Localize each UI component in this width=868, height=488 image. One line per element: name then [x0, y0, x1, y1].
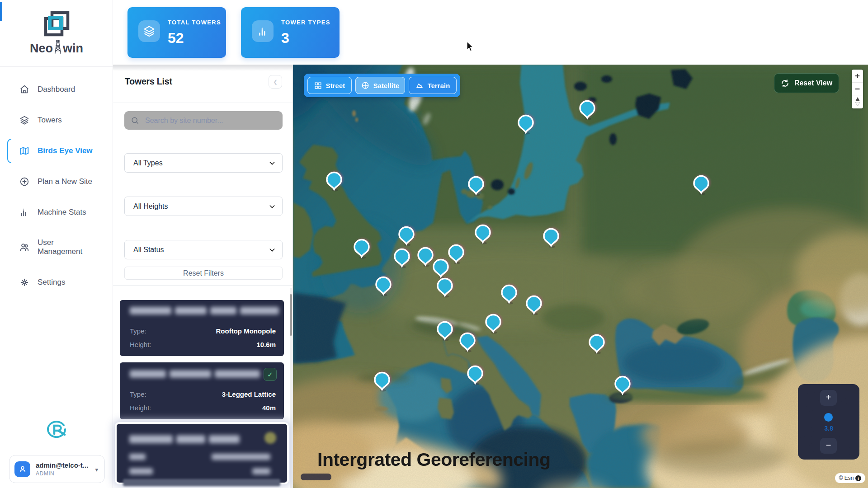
svg-text:i: i: [858, 476, 859, 480]
